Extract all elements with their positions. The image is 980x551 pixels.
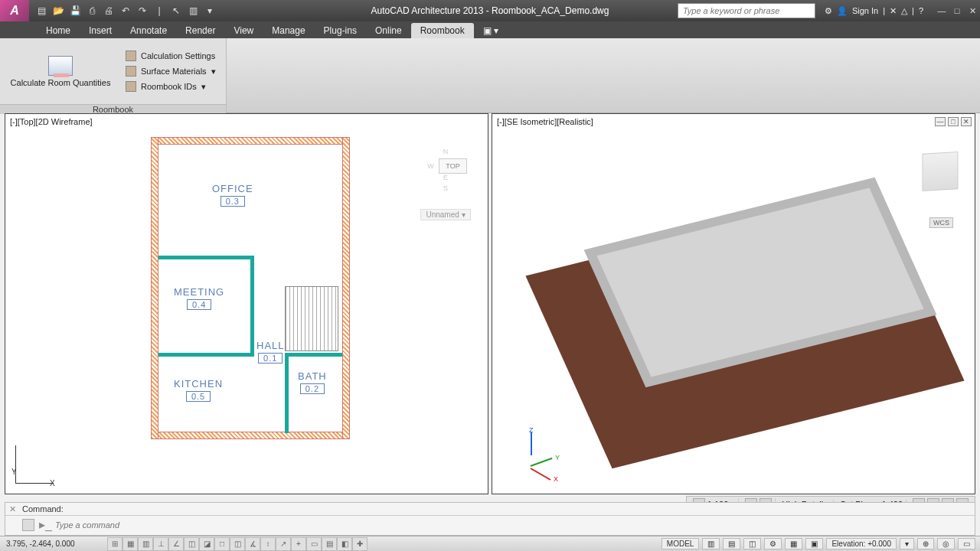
wall: [250, 256, 254, 355]
command-history: Command:: [5, 503, 975, 515]
iso-model[interactable]: [523, 129, 967, 478]
app-menu-icon[interactable]: A: [0, 0, 29, 21]
viewport-3d[interactable]: [-][SE Isometric][Realistic] — □ ✕ WCS Z…: [492, 113, 975, 494]
layout-icon[interactable]: ⚙: [764, 538, 782, 549]
redo-icon[interactable]: ↷: [136, 5, 149, 17]
surface-materials-button[interactable]: Surface Materials ▾: [121, 64, 220, 78]
wall: [285, 353, 289, 433]
viewport-2d[interactable]: [-][Top][2D Wireframe] N W TOP E S Unnam…: [5, 113, 488, 494]
toggle-icon[interactable]: ⊞: [107, 537, 122, 551]
viewport-3d-label[interactable]: [-][SE Isometric][Realistic]: [497, 117, 593, 126]
viewport-2d-label[interactable]: [-][Top][2D Wireframe]: [10, 117, 93, 126]
ids-icon: [126, 81, 136, 92]
ucs-3d-icon: Z Y X: [531, 432, 569, 478]
toggle-icon[interactable]: ▦: [122, 537, 138, 551]
open-icon[interactable]: 📂: [52, 5, 64, 17]
layout-icon[interactable]: ◫: [743, 538, 761, 549]
tool-icon[interactable]: ▥: [187, 5, 199, 17]
sep2-icon: |: [912, 6, 914, 15]
toggle-icon[interactable]: ▭: [306, 537, 322, 551]
tab-roombook[interactable]: Roombook: [411, 23, 474, 38]
tab-online[interactable]: Online: [366, 23, 411, 38]
viewcube-2d[interactable]: N W TOP E S Unnamed ▾: [419, 145, 472, 220]
wall: [158, 353, 254, 357]
vp-min-icon[interactable]: —: [935, 117, 946, 126]
layout-icon[interactable]: ▣: [805, 538, 823, 549]
toggle-icon[interactable]: +: [291, 537, 306, 551]
toggle-icon[interactable]: ⊥: [153, 537, 168, 551]
roombook-ids-button[interactable]: Roombook IDs ▾: [121, 80, 220, 93]
undo-icon[interactable]: ↶: [119, 5, 132, 17]
toggle-icon[interactable]: ◧: [337, 537, 352, 551]
viewcube-s[interactable]: S: [422, 184, 469, 192]
x-icon[interactable]: ✕: [890, 6, 897, 16]
toggle-icon[interactable]: ∠: [168, 537, 184, 551]
tab-annotate[interactable]: Annotate: [121, 23, 176, 38]
roombook-ids-label: Roombook IDs: [141, 82, 197, 91]
nav-icon[interactable]: ◎: [937, 538, 955, 549]
maximize-icon[interactable]: □: [949, 4, 965, 18]
tab-view[interactable]: View: [224, 23, 263, 38]
cursor-icon[interactable]: ↖: [170, 5, 182, 17]
vp-max-icon[interactable]: □: [948, 117, 959, 126]
viewcube-w[interactable]: W: [427, 162, 434, 170]
search-input[interactable]: [678, 3, 815, 18]
toggle-icon[interactable]: ▥: [138, 537, 153, 551]
save-icon[interactable]: 💾: [69, 5, 81, 17]
layout-icon[interactable]: ▤: [723, 538, 740, 549]
tab-render[interactable]: Render: [176, 23, 224, 38]
help-icon[interactable]: ?: [919, 6, 923, 15]
toggle-icon[interactable]: ∡: [245, 537, 260, 551]
viewcube-ucs-label[interactable]: Unnamed ▾: [420, 209, 470, 220]
viewcube-top-face[interactable]: TOP: [439, 158, 466, 174]
calc-settings-button[interactable]: Calculation Settings: [121, 49, 220, 63]
tab-manage[interactable]: Manage: [263, 23, 314, 38]
tab-home[interactable]: Home: [37, 23, 80, 38]
layout-icon[interactable]: ▦: [785, 538, 802, 549]
wall: [151, 137, 350, 145]
close-icon[interactable]: ✕: [965, 4, 980, 18]
exchange-icon[interactable]: ⚙: [825, 6, 832, 16]
layout-icon[interactable]: ▥: [702, 538, 720, 549]
toggle-icon[interactable]: ↕: [260, 537, 276, 551]
vp-close-icon[interactable]: ✕: [961, 117, 972, 126]
toggle-icon[interactable]: ▤: [322, 537, 337, 551]
new-icon[interactable]: ▤: [35, 5, 47, 17]
toggle-icon[interactable]: ✚: [352, 537, 368, 551]
command-input[interactable]: [55, 520, 972, 530]
command-line[interactable]: ✕ Command: ▸_: [5, 502, 975, 536]
floor-plan[interactable]: OFFICE0.3 MEETING0.4 HALL0.1 BATH0.2 KIT…: [151, 137, 350, 439]
minimize-icon[interactable]: —: [934, 4, 949, 18]
dropdown-icon[interactable]: ▾: [204, 5, 216, 17]
help-search[interactable]: [678, 3, 815, 18]
a-icon[interactable]: △: [901, 6, 907, 16]
calculate-icon: [48, 56, 73, 76]
stairs: [285, 286, 338, 351]
saveas-icon[interactable]: ⎙: [86, 5, 98, 17]
model-space-toggle[interactable]: MODEL: [662, 538, 700, 549]
tab-insert[interactable]: Insert: [80, 23, 121, 38]
title-bar: A ▤ 📂 💾 ⎙ 🖨 ↶ ↷ | ↖ ▥ ▾ AutoCAD Architec…: [0, 0, 980, 21]
toggle-icon[interactable]: ↗: [276, 537, 291, 551]
nav-icon[interactable]: ▾: [900, 538, 914, 549]
coordinates[interactable]: 3.795, -2.464, 0.000: [0, 540, 107, 548]
viewcube-e[interactable]: E: [443, 174, 448, 181]
calc-settings-label: Calculation Settings: [141, 51, 215, 60]
toggle-icon[interactable]: ◪: [199, 537, 214, 551]
toggle-icon[interactable]: ◫: [184, 537, 199, 551]
nav-icon[interactable]: ⊕: [917, 538, 934, 549]
signin-icon[interactable]: 👤: [837, 6, 848, 16]
cmd-prompt-icon: [22, 519, 34, 531]
tab-extra-icon[interactable]: ▣ ▾: [474, 23, 508, 38]
wall: [158, 256, 254, 259]
tab-plugins[interactable]: Plug-ins: [315, 23, 366, 38]
status-bar: 3.795, -2.464, 0.000 ⊞ ▦ ▥ ⊥ ∠ ◫ ◪ □ ◫ ∡…: [0, 536, 980, 551]
calculate-quantities-button[interactable]: Calculate Room Quantities: [3, 41, 118, 101]
signin-label[interactable]: Sign In: [852, 6, 878, 15]
viewcube-n[interactable]: N: [422, 148, 469, 155]
cmd-close-icon[interactable]: ✕: [7, 504, 18, 515]
toggle-icon[interactable]: □: [214, 537, 230, 551]
nav-icon[interactable]: ▭: [958, 538, 975, 549]
print-icon[interactable]: 🖨: [103, 5, 115, 17]
toggle-icon[interactable]: ◫: [230, 537, 245, 551]
